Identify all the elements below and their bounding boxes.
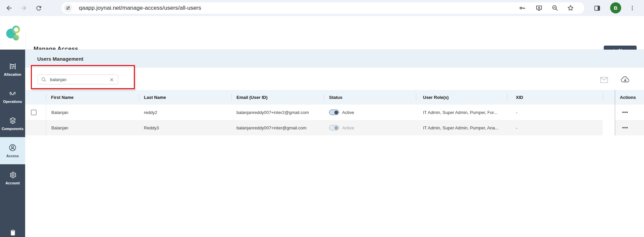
search-icon [41,77,47,82]
back-arrow-icon [5,4,13,12]
search-clear-button[interactable] [109,77,114,82]
cell-email: balanjanreddy007+inter2@gmail.com [231,105,324,120]
tune-icon [65,5,71,11]
cell-spacer [603,105,615,120]
cell-status: Active [324,120,416,135]
zoom-out-button[interactable] [551,4,559,12]
search-input[interactable] [50,75,106,84]
cell-spacer [603,120,615,135]
sidebar-item-access[interactable]: Access [0,137,25,164]
clipboard-icon [9,228,16,236]
sidebar-item-label: Account [5,181,20,185]
status-toggle[interactable] [329,110,339,115]
users-table: First Name Last Name Email (User ID) Sta… [25,90,644,135]
row-actions-menu-icon[interactable]: ••• [622,125,628,130]
screen-download-icon [535,4,543,12]
key-icon [519,4,526,12]
export-download-button[interactable] [620,74,631,84]
app-logo [5,23,22,43]
row-select-cell [25,120,46,135]
user-circle-icon [8,143,17,152]
status-toggle[interactable] [329,125,339,130]
sidebar-item-label: Access [6,154,19,158]
column-header-spacer [603,90,615,105]
cell-xid: - [507,120,603,135]
email-users-button[interactable] [599,75,609,84]
reload-icon [35,5,42,12]
status-label: Active [342,110,354,115]
column-header-last-name[interactable]: Last Name [139,90,231,105]
row-checkbox[interactable] [31,110,37,115]
url-text[interactable]: qaapp.joynai.net/manage-access/users/all… [79,2,201,14]
url-bar[interactable]: qaapp.joynai.net/manage-access/users/all… [61,2,584,14]
column-header-first-name[interactable]: First Name [46,90,139,105]
cell-first-name: Balanjan [46,105,139,120]
password-manager-button[interactable] [518,4,526,12]
column-header-actions: Actions [615,90,644,105]
sidebar-item-label: Allocation [4,72,21,76]
search-box [38,74,118,84]
cloud-download-icon [620,75,630,83]
select-all-column-header [25,90,46,105]
bookmark-button[interactable] [567,4,575,12]
cell-last-name: Reddy3 [139,120,231,135]
cell-actions: ••• [615,105,644,120]
column-header-status[interactable]: Status [324,90,416,105]
browser-menu-button[interactable] [627,2,638,14]
cell-user-roles: IT Admin, Super Admin, Pumper, For... [416,105,507,120]
install-app-button[interactable] [535,4,543,12]
abacus-icon [9,62,17,70]
sidebar-nav: Allocation Operations Components Access … [0,50,25,237]
squiggle-icon [9,90,17,98]
status-label: Active [342,125,354,130]
sidebar-item-components[interactable]: Components [0,110,25,137]
app-header: Manage Access + New [0,16,644,50]
cell-actions: ••• [615,120,644,135]
cell-user-roles: IT Admin, Super Admin, Pumper, Ana... [416,120,507,135]
sidebar-item-allocation[interactable]: Allocation [0,56,25,83]
column-header-email[interactable]: Email (User ID) [231,90,324,105]
kebab-menu-icon [629,5,635,11]
star-icon [567,4,574,12]
side-panel-button[interactable] [591,2,603,14]
row-actions-menu-icon[interactable]: ••• [622,110,628,115]
browser-reload-button[interactable] [33,2,44,14]
close-icon [110,78,114,82]
table-header-row: First Name Last Name Email (User ID) Sta… [25,90,644,105]
zoom-out-icon [551,4,559,12]
cell-first-name: Balanjan [46,120,139,135]
forward-arrow-icon [20,4,28,12]
column-header-xid[interactable]: XID [507,90,603,105]
sidebar-item-label: Components [2,127,23,131]
sidebar-clipboard-button[interactable] [0,228,25,237]
section-title-strip [25,50,644,68]
table-row: Balanjan reddy2 balanjanreddy007+inter2@… [25,105,644,120]
mail-icon [600,77,608,83]
sidebar-item-label: Operations [3,100,22,104]
cell-last-name: reddy2 [139,105,231,120]
section-title: Users Management [37,50,84,68]
column-header-user-roles[interactable]: User Role(s) [416,90,507,105]
layers-icon [9,117,17,125]
browser-toolbar: qaapp.joynai.net/manage-access/users/all… [0,0,644,16]
browser-profile-avatar[interactable]: B [610,2,621,13]
browser-back-button[interactable] [3,2,15,14]
cell-status: Active [324,105,416,120]
cell-email: balanjanreddy007+inter@gmail.com [231,120,324,135]
gear-icon [9,171,17,179]
sidebar-item-account[interactable]: Account [0,164,25,191]
row-select-cell [25,105,46,120]
table-row: Balanjan Reddy3 balanjanreddy007+inter@g… [25,120,644,135]
actions-column-divider [615,90,615,135]
cell-xid: - [507,105,603,120]
site-settings-button[interactable] [64,4,72,12]
browser-forward-button[interactable] [18,2,30,14]
sidebar-item-operations[interactable]: Operations [0,83,25,110]
side-panel-icon [594,5,601,12]
